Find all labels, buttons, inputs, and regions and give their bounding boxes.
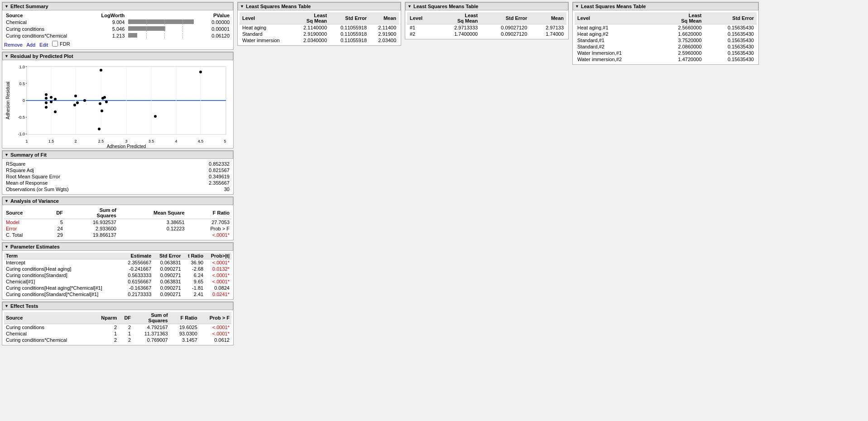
ls3-level: Standard,#2 xyxy=(575,43,657,50)
residual-plot-header[interactable]: ▼ Residual by Predicted Plot xyxy=(2,52,233,60)
param-estimates-header[interactable]: ▼ Parameter Estimates xyxy=(2,243,233,251)
anova-col-df: DF xyxy=(44,207,65,219)
ls-means-table-3-header[interactable]: ▼ Least Squares Means Table xyxy=(573,2,758,10)
svg-point-42 xyxy=(99,102,101,105)
row-bar-cell xyxy=(126,19,202,25)
ls-means-2-triangle: ▼ xyxy=(408,4,412,9)
et-source: Chemical xyxy=(4,330,92,337)
ls-means-1-content: Level LeastSq Mean Std Error Mean Heat a… xyxy=(238,10,401,45)
param-stderr: 0.090271 xyxy=(153,272,182,278)
svg-text:4.5: 4.5 xyxy=(198,139,204,144)
anova-col-meansq: Mean Square xyxy=(118,207,187,219)
ls2-col-level: Level xyxy=(407,12,436,24)
param-col-prob: Prob>|t| xyxy=(205,253,231,259)
ls1-stderr: 0.11055918 xyxy=(330,37,369,43)
param-term: Curing conditions[Standard]*Chemical[#1] xyxy=(4,291,121,297)
et-sumsq: 0.769007 xyxy=(133,337,170,343)
anova-header[interactable]: ▼ Analysis of Variance xyxy=(2,197,233,205)
ls-means-table-3-section: ▼ Least Squares Means Table Level LeastS… xyxy=(572,2,759,65)
param-estimate: 0.2173333 xyxy=(121,291,153,297)
svg-point-32 xyxy=(50,100,53,103)
svg-point-45 xyxy=(103,96,106,99)
param-col-tratio: t Ratio xyxy=(183,253,206,259)
ls3-level: Water immersion,#2 xyxy=(575,56,657,62)
param-prob: <.0001* xyxy=(205,278,231,285)
ls3-level: Water immersion,#1 xyxy=(575,50,657,56)
ls1-mean: 2.91900 xyxy=(369,31,399,37)
param-estimate: 0.6156667 xyxy=(121,278,153,285)
ls3-col-level: Level xyxy=(575,12,657,24)
col-source: Source xyxy=(4,12,91,19)
ls-means-2-table: Level LeastSq Mean Std Error Mean #1 2.9… xyxy=(407,12,566,37)
ls-means-table-3-panel: ▼ Least Squares Means Table Level LeastS… xyxy=(571,2,761,419)
remove-link[interactable]: Remove xyxy=(4,42,23,48)
table-row: Chemical[#1] 0.6156667 0.063831 9.65 <.0… xyxy=(4,278,231,285)
fit-label: RSquare xyxy=(4,161,170,167)
fit-label: Root Mean Square Error xyxy=(4,173,170,180)
fdr-checkbox[interactable] xyxy=(52,41,58,47)
ls1-mean: 2.03400 xyxy=(369,37,399,43)
svg-point-39 xyxy=(83,99,86,102)
table-row: Heat aging,#1 2.5660000 0.15635430 xyxy=(575,24,757,31)
summary-of-fit-triangle: ▼ xyxy=(5,153,9,157)
residual-plot-title: Residual by Predicted Plot xyxy=(10,53,73,59)
ls1-col-mean: Mean xyxy=(369,12,399,24)
ls-means-1-title: Least Squares Means Table xyxy=(246,4,311,9)
effect-summary-header[interactable]: ▼ Effect Summary xyxy=(2,2,233,10)
anova-header-row: Source DF Sum ofSquares Mean Square F Ra… xyxy=(4,207,231,219)
ls3-stderr: 0.15635430 xyxy=(705,43,757,50)
effect-tests-content: Source Nparm DF Sum ofSquares F Ratio Pr… xyxy=(2,310,233,345)
param-estimate: -0.241667 xyxy=(121,266,153,272)
param-term: Curing conditions[Standard] xyxy=(4,272,121,278)
anova-meansq: 3.38651 xyxy=(118,219,187,226)
svg-point-30 xyxy=(45,93,48,96)
edit-link[interactable]: Edit xyxy=(39,42,48,48)
row-bar-cell xyxy=(126,32,202,39)
ls2-stderr: 0.09027120 xyxy=(480,31,530,37)
ls-means-3-table: Level LeastSq Mean Std Error Heat aging,… xyxy=(575,12,757,62)
table-row: Intercept 2.3556667 0.063831 36.90 <.000… xyxy=(4,259,231,266)
fit-row: RSquare Adj 0.821567 xyxy=(4,167,231,173)
ls-means-2-title: Least Squares Means Table xyxy=(413,4,478,9)
ls3-level: Standard,#1 xyxy=(575,37,657,43)
param-stderr: 0.063831 xyxy=(153,259,182,266)
et-col-sumsq: Sum ofSquares xyxy=(133,312,170,324)
fit-value: 30 xyxy=(170,186,231,192)
ls-means-table-2-header[interactable]: ▼ Least Squares Means Table xyxy=(405,2,568,10)
effect-links: Remove Add Edit FDR xyxy=(4,41,231,48)
anova-meansq: 0.12223 xyxy=(118,225,187,232)
row-logworth: 1.213 xyxy=(91,32,127,39)
effect-tests-section: ▼ Effect Tests Source Nparm DF Sum ofSqu… xyxy=(2,301,234,345)
param-tratio: 36.90 xyxy=(183,259,206,266)
svg-point-35 xyxy=(54,110,57,113)
svg-point-46 xyxy=(105,100,108,103)
param-estimates-section: ▼ Parameter Estimates Term Estimate Std … xyxy=(2,242,234,300)
ls-means-table-2-section: ▼ Least Squares Means Table Level LeastS… xyxy=(405,2,569,39)
col-logworth: LogWorth xyxy=(91,12,127,19)
ls1-col-stderr: Std Error xyxy=(330,12,369,24)
svg-text:2.5: 2.5 xyxy=(98,139,104,144)
ls1-stderr: 0.11055918 xyxy=(330,31,369,37)
residual-plot-triangle: ▼ xyxy=(5,54,9,58)
et-col-df: DF xyxy=(119,312,133,324)
et-prob: <.0001* xyxy=(199,324,231,331)
anova-content: Source DF Sum ofSquares Mean Square F Ra… xyxy=(2,205,233,240)
ls-means-table-2-panel: ▼ Least Squares Means Table Level LeastS… xyxy=(403,2,571,419)
summary-of-fit-header[interactable]: ▼ Summary of Fit xyxy=(2,151,233,159)
fit-value: 2.355667 xyxy=(170,180,231,186)
ls2-col-stderr: Std Error xyxy=(480,12,530,24)
et-fratio: 19.6025 xyxy=(170,324,199,331)
add-link[interactable]: Add xyxy=(26,42,35,48)
svg-text:5: 5 xyxy=(224,139,226,144)
svg-text:1: 1 xyxy=(25,139,28,144)
fit-row: Root Mean Square Error 0.349619 xyxy=(4,173,231,180)
param-stderr: 0.063831 xyxy=(153,278,182,285)
param-term: Curing conditions[Heat aging]*Chemical[#… xyxy=(4,285,121,291)
ls-means-table-1-header[interactable]: ▼ Least Squares Means Table xyxy=(238,2,401,10)
ls3-stderr: 0.15635430 xyxy=(705,50,757,56)
et-col-nparm: Nparm xyxy=(92,312,119,324)
table-row: C. Total 29 19.866137 <.0001* xyxy=(4,232,231,238)
effect-tests-header[interactable]: ▼ Effect Tests xyxy=(2,302,233,310)
ls1-stderr: 0.11055918 xyxy=(330,24,369,31)
table-row: #1 2.9713333 0.09027120 2.97133 xyxy=(407,24,566,31)
